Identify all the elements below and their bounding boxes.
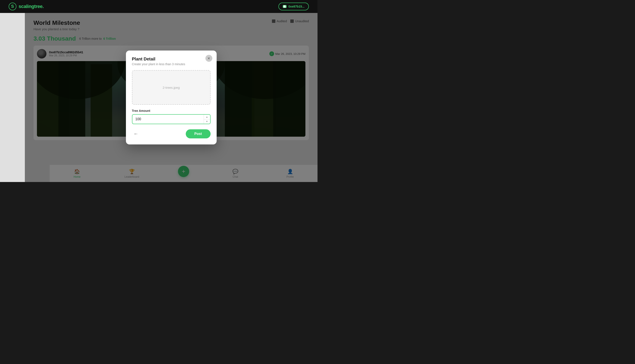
wallet-address: 0xe87b15... xyxy=(288,5,305,8)
wallet-icon xyxy=(283,5,287,8)
logo-icon: S xyxy=(9,2,17,10)
close-icon: ✕ xyxy=(207,56,210,60)
modal-header: Plant Detail Create your plant in less t… xyxy=(132,56,211,66)
logo-text: scalingtree. xyxy=(19,4,44,9)
post-button[interactable]: Post xyxy=(186,129,211,138)
plant-detail-modal: Plant Detail Create your plant in less t… xyxy=(126,50,217,144)
wallet-button[interactable]: 0xe87b15... xyxy=(278,2,309,10)
svg-rect-3 xyxy=(283,6,286,6)
tree-amount-label: Tree Amount xyxy=(132,109,211,112)
top-navigation: S scalingtree. 0xe87b15... xyxy=(0,0,318,13)
spinner-down-button[interactable]: ▼ xyxy=(204,120,210,124)
image-upload-area[interactable]: 2-trees.jpeg xyxy=(132,70,211,105)
svg-text:S: S xyxy=(11,4,14,9)
upload-filename: 2-trees.jpeg xyxy=(163,86,180,90)
modal-close-button[interactable]: ✕ xyxy=(205,55,212,62)
back-button[interactable]: ← xyxy=(132,129,140,138)
modal-footer: ← Post xyxy=(132,129,211,138)
spinner-buttons: ▲ ▼ xyxy=(204,115,210,124)
modal-overlay: Plant Detail Create your plant in less t… xyxy=(25,13,318,182)
post-label: Post xyxy=(194,132,202,136)
back-icon: ← xyxy=(134,131,139,136)
logo-name-text: scalingtree xyxy=(19,4,43,9)
modal-title: Plant Detail xyxy=(132,56,211,62)
modal-subtitle: Create your plant in less than 3 minutes xyxy=(132,62,211,66)
sidebar xyxy=(0,13,25,182)
svg-point-4 xyxy=(285,6,286,7)
tree-amount-input[interactable] xyxy=(132,114,211,124)
tree-amount-wrapper: ▲ ▼ xyxy=(132,114,211,124)
logo: S scalingtree. xyxy=(9,2,44,10)
main-content: World Milestone Have you planted a tree … xyxy=(25,13,318,182)
spinner-up-button[interactable]: ▲ xyxy=(204,115,210,120)
tree-amount-field: Tree Amount ▲ ▼ xyxy=(132,109,211,124)
